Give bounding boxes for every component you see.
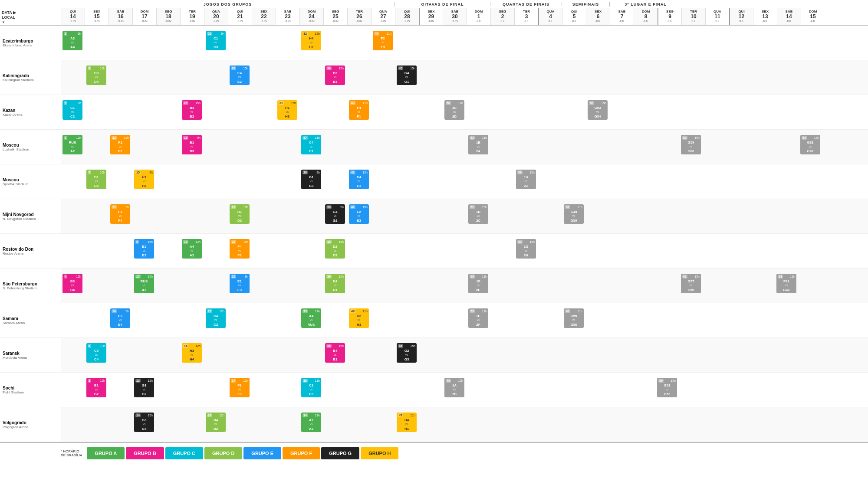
game-24: 2412h D4 vs D2	[206, 413, 226, 432]
venue-samara: Samara Samara Arena	[0, 303, 61, 338]
game-35: 3515h B4 vs B1	[325, 343, 345, 363]
date-col-6: TER 19 JUN	[180, 8, 204, 25]
date-col-14: QUA 27 JUN	[371, 8, 395, 25]
game-19: 199h B1 vs B3	[182, 135, 202, 154]
game-58: 5815h G53 vs G54	[588, 100, 608, 120]
game-34: 3411h A2 vs A3	[301, 413, 321, 432]
venue-rostov: Rostov do Don Rostov Arena	[0, 234, 61, 269]
game-45: 4515h G4 vs G1	[397, 66, 417, 85]
date-col-22: QUI 5 JUL	[562, 8, 586, 25]
game-39: 3915h D4 vs D1	[325, 274, 345, 293]
date-col-21: QUA 4 JUL	[538, 8, 562, 25]
game-49: 4915h 1A vs 2B	[444, 378, 464, 397]
game-53: 5311h 1E vs 2F	[468, 308, 488, 328]
game-16: 1612h H3 vs H4	[182, 343, 202, 363]
section-header-grupos: JOGOS DOS GRUPOS	[61, 2, 395, 7]
legend-grupo-b: GRUPO B	[126, 447, 164, 459]
game-7: 710h D1 vs D2	[86, 170, 106, 189]
date-col-18: DOM 1 JUL	[467, 8, 490, 25]
date-col-28: QUA 11 JUL	[705, 8, 729, 25]
game-6: 613h C3 vs C4	[86, 343, 106, 363]
date-col-25: DOM 8 JUL	[634, 8, 658, 25]
legend-grupo-c: GRUPO C	[165, 447, 203, 459]
venue-kaliningrado: Kaliningrado Kaliningrad Stadium	[0, 60, 61, 95]
venue-nijni: Nijni Novgorod N. Novgorod Stadium	[0, 199, 61, 234]
game-62: 6215h G59 vs G60	[681, 135, 701, 154]
legend-grupo-a: GRUPO A	[87, 447, 125, 459]
game-30: 309h G4 vs G2	[325, 204, 345, 224]
game-41: 4115h E4 vs E1	[349, 170, 369, 189]
legend-grupo-f: GRUPO F	[283, 447, 320, 459]
legend-grupo-d: GRUPO D	[204, 447, 242, 459]
date-col-9: SEX 22 JUN	[252, 8, 276, 25]
game-14: 1415h G3 vs G4	[134, 413, 154, 432]
date-col-26: SEG 9 JUL	[658, 8, 681, 25]
game-50: 5011h 1C vs 2D	[444, 100, 464, 120]
game-26: 2615h E4 vs E2	[230, 66, 250, 85]
date-col-8: QUI 21 JUN	[228, 8, 252, 25]
venue-saransk: Saransk Mordovia Arena	[0, 338, 61, 373]
date-col-7: QUA 20 JUN	[204, 8, 228, 25]
venue-moscou-spartak: Moscou Spartak Stadium	[0, 164, 61, 199]
date-col-12: SEG 25 JUN	[323, 8, 347, 25]
game-11: 1112h F1 vs F2	[110, 135, 130, 154]
game-12: 129h F3 vs F4	[110, 204, 130, 224]
game-32: 3212h H4 vs H2	[301, 31, 321, 50]
game-21: 219h C1 vs C3	[206, 31, 226, 50]
date-col-32: DOM 15 JUL	[801, 8, 825, 25]
game-57: 5711h G49 vs G50	[564, 204, 584, 224]
game-36: 3615h B2 vs B3	[325, 66, 345, 85]
section-header-quartas: QUARTAS DE FINAIS	[490, 2, 562, 7]
game-1: 112h RUS vs A2	[62, 135, 82, 154]
game-25: 259h E1 vs E3	[230, 274, 250, 293]
legend-note: * HORÁRIO DE BRASÍLIA	[61, 449, 82, 457]
section-header-3place: 3º LUGAR E FINAL	[610, 2, 681, 7]
legend-grupo-h: GRUPO H	[361, 447, 398, 459]
section-header-oitavas: OITAVAS DE FINAL	[395, 2, 490, 7]
game-28: 2815h F4 vs F2	[230, 239, 250, 259]
date-col-11: DOM 24 JUN	[299, 8, 323, 25]
game-52: 5215h 1D vs 2C	[468, 204, 488, 224]
date-col-2: SEX 15 JUN	[85, 8, 108, 25]
game-29: 299h G1 vs G3	[301, 170, 321, 189]
venue-moscou-luzhniki: Moscou Luzhniki Stadium	[0, 130, 61, 164]
venue-ecaterimburgo: Ecaterimburgo Ekaterinburg Arena	[0, 26, 61, 60]
game-43: 4311h F4 vs F1	[349, 100, 369, 120]
game-48: 4811h H2 vs H3	[349, 308, 369, 328]
date-col-29: QUI 12 JUL	[729, 8, 753, 25]
game-18: 1812h A4 vs A2	[182, 239, 202, 259]
schedule-container: JOGOS DOS GRUPOS OITAVAS DE FINAL QUARTA…	[0, 0, 868, 488]
section-header-semi: SEMIFINAIS	[562, 2, 610, 7]
date-col-10: SÁB 23 JUN	[276, 8, 299, 25]
game-9: 915h E1 vs E2	[134, 239, 154, 259]
game-55: 5511h 1F vs 2E	[468, 274, 488, 293]
game-10: 109h E3 vs E4	[110, 308, 130, 328]
game-23: 2315h D1 vs D3	[230, 204, 250, 224]
date-col-16: SEX 29 JUN	[419, 8, 443, 25]
game-63: 6311h P61 vs G62	[776, 274, 796, 293]
date-col-3: SÁB 16 JUN	[108, 8, 132, 25]
game-15: 159h H1 vs H2	[134, 170, 154, 189]
game-4: 412h B3 vs B4	[62, 274, 82, 293]
date-col-31: SÁB 14 JUL	[777, 8, 801, 25]
game-2: 29h A3 vs A4	[62, 31, 82, 50]
game-61: 6115h G57 vs G58	[681, 274, 701, 293]
game-54: 5415h 1G vs 2H	[516, 239, 536, 259]
game-59: 5915h G51 vs G52	[657, 378, 677, 397]
date-col-13: TER 26 JUN	[347, 8, 371, 25]
venue-spb: São Petersburgo S. Petersburg Stadium	[0, 269, 61, 303]
game-51: 5111h 1B vs 2A	[468, 135, 488, 154]
game-44: 4411h F2 vs F3	[373, 31, 393, 50]
game-42: 4215h E2 vs E3	[349, 204, 369, 224]
date-col-30: SEX 13 JUL	[753, 8, 777, 25]
game-27: 2712h F1 vs F3	[230, 378, 250, 397]
date-row-label: DATA ▶ LOCAL ▼	[0, 8, 61, 25]
game-47: 4711h H4 vs H1	[397, 413, 417, 432]
game-20: 2015h B4 vs B2	[182, 100, 202, 120]
game-40: 4015h D2 vs D3	[325, 239, 345, 259]
legend-grupo-e: GRUPO E	[243, 447, 281, 459]
game-56: 5615h 1H vs 2G	[516, 170, 536, 189]
venue-kazan: Kazan Kazan Arena	[0, 95, 61, 130]
date-col-19: SEG 2 JUL	[490, 8, 514, 25]
legend-grupo-g: GRUPO G	[321, 447, 359, 459]
